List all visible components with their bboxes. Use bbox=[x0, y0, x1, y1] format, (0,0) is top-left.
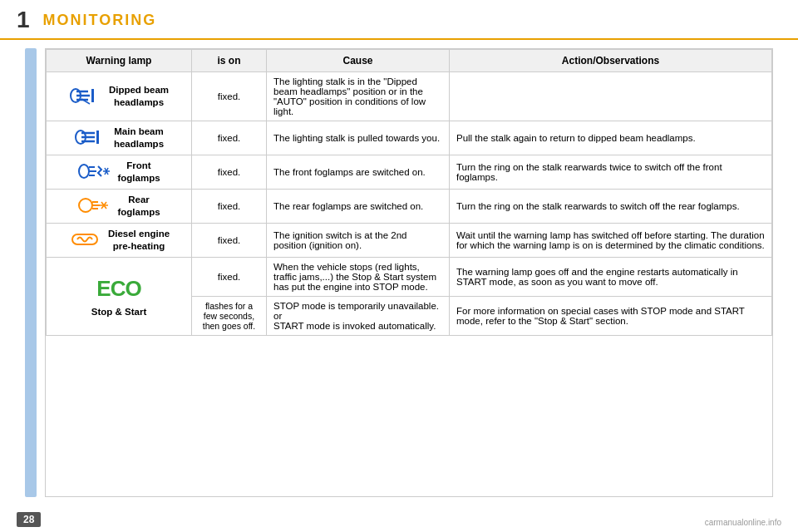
cause-cell: The lighting stalk is pulled towards you… bbox=[267, 121, 450, 155]
cause-cell: The lighting stalk is in the "Dipped bea… bbox=[267, 72, 450, 121]
is-on-cell: fixed. bbox=[192, 155, 267, 190]
action-cell: Wait until the warning lamp has switched… bbox=[450, 224, 772, 258]
action-cell: Turn the ring on the stalk rearwards twi… bbox=[450, 155, 772, 190]
main-beam-label: Main beamheadlamps bbox=[114, 126, 164, 150]
svg-rect-26 bbox=[72, 234, 97, 244]
chapter-title: MONITORING bbox=[43, 12, 157, 29]
col-header-action: Action/Observations bbox=[450, 50, 772, 72]
eco-label: Stop & Start bbox=[91, 307, 146, 317]
dipped-beam-icon bbox=[70, 84, 101, 107]
action-cell: Turn the ring on the stalk rearwards to … bbox=[450, 190, 772, 224]
warning-lamp-cell: Main beamheadlamps bbox=[47, 121, 192, 155]
main-beam-icon bbox=[75, 126, 106, 149]
action-cell: Pull the stalk again to return to dipped… bbox=[450, 121, 772, 155]
front-fog-icon-area bbox=[77, 160, 111, 185]
table-row: Dipped beam headlamps fixed. The lightin… bbox=[47, 72, 772, 121]
action-cell-eco-1: The warning lamp goes off and the engine… bbox=[450, 258, 772, 297]
svg-point-19 bbox=[79, 199, 92, 212]
cause-cell: The front foglamps are switched on. bbox=[267, 155, 450, 190]
table-row: Frontfoglamps fixed. The front foglamps … bbox=[47, 155, 772, 190]
rear-fog-icon-area bbox=[77, 194, 111, 219]
table-row-eco-top: ECO Stop & Start fixed. When the vehicle… bbox=[47, 258, 772, 297]
action-cell-eco-2: For more information on special cases wi… bbox=[450, 297, 772, 336]
action-cell bbox=[450, 72, 772, 121]
rear-fog-label: Rearfoglamps bbox=[117, 194, 160, 219]
table-row: Diesel enginepre-heating fixed. The igni… bbox=[47, 224, 772, 258]
col-header-ison: is on bbox=[192, 50, 267, 72]
cause-cell-eco-1: When the vehicle stops (red lights, traf… bbox=[267, 258, 450, 297]
content-area: Warning lamp is on Cause Action/Observat… bbox=[0, 40, 798, 505]
is-on-cell: fixed. bbox=[192, 121, 267, 155]
icon-cell-diesel: Diesel enginepre-heating bbox=[53, 228, 185, 253]
page-header: 1 MONITORING bbox=[0, 0, 798, 40]
icon-cell-dipped: Dipped beam headlamps bbox=[53, 84, 185, 109]
side-tab bbox=[25, 48, 37, 497]
is-on-cell: fixed. bbox=[192, 224, 267, 258]
page-number: 28 bbox=[17, 512, 41, 527]
diesel-label: Diesel enginepre-heating bbox=[108, 228, 170, 253]
svg-rect-7 bbox=[96, 131, 99, 144]
icon-cell-rear-fog: Rearfoglamps bbox=[53, 194, 185, 219]
dipped-beam-icon-area bbox=[69, 84, 102, 109]
diesel-icon-area bbox=[68, 228, 101, 253]
warning-lamp-cell: Frontfoglamps bbox=[47, 155, 192, 190]
warning-lamp-cell: Diesel enginepre-heating bbox=[47, 224, 192, 258]
chapter-number: 1 bbox=[17, 7, 30, 33]
cause-cell: The rear foglamps are switched on. bbox=[267, 190, 450, 224]
col-header-warning: Warning lamp bbox=[47, 50, 192, 72]
table-row: Rearfoglamps fixed. The rear foglamps ar… bbox=[47, 190, 772, 224]
cause-cell: The ignition switch is at the 2nd positi… bbox=[267, 224, 450, 258]
icon-cell-front-fog: Frontfoglamps bbox=[53, 160, 185, 185]
col-header-cause: Cause bbox=[267, 50, 450, 72]
front-fog-label: Frontfoglamps bbox=[117, 160, 160, 185]
is-on-cell-eco-2: flashes for a few seconds, then goes off… bbox=[192, 297, 267, 336]
warning-lamp-cell: Dipped beam headlamps bbox=[47, 72, 192, 121]
is-on-cell: fixed. bbox=[192, 72, 267, 121]
watermark: carmanualonline.info bbox=[705, 518, 781, 527]
icon-cell-main: Main beamheadlamps bbox=[53, 126, 185, 150]
svg-rect-0 bbox=[91, 89, 94, 102]
is-on-cell: fixed. bbox=[192, 190, 267, 224]
monitoring-table: Warning lamp is on Cause Action/Observat… bbox=[46, 49, 772, 336]
warning-lamp-cell: Rearfoglamps bbox=[47, 190, 192, 224]
table-container: Warning lamp is on Cause Action/Observat… bbox=[45, 48, 773, 497]
main-beam-icon-area bbox=[74, 126, 107, 150]
dipped-beam-label: Dipped beam headlamps bbox=[109, 84, 169, 109]
table-header-row: Warning lamp is on Cause Action/Observat… bbox=[47, 50, 772, 72]
svg-point-12 bbox=[79, 165, 89, 178]
eco-icon: ECO bbox=[96, 276, 140, 302]
warning-lamp-cell-eco: ECO Stop & Start bbox=[47, 258, 192, 336]
cause-cell-eco-2: STOP mode is temporarily unavailable. or… bbox=[267, 297, 450, 336]
table-row: Main beamheadlamps fixed. The lighting s… bbox=[47, 121, 772, 155]
rear-fog-icon bbox=[78, 194, 110, 217]
front-fog-icon bbox=[78, 160, 110, 183]
is-on-cell-eco-1: fixed. bbox=[192, 258, 267, 297]
diesel-preheating-icon bbox=[69, 228, 101, 251]
eco-icon-cell: ECO Stop & Start bbox=[53, 276, 185, 317]
